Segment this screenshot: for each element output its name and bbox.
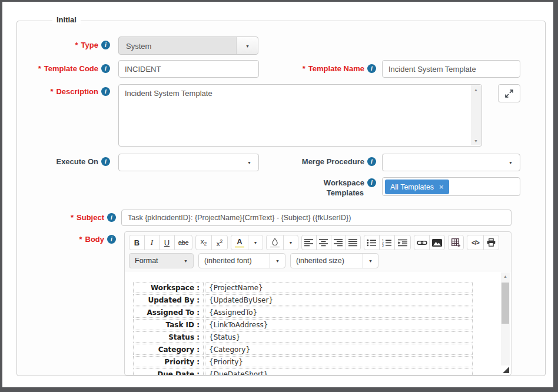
chevron-down-icon: ▼ xyxy=(184,259,188,263)
superscript-button[interactable]: x2 xyxy=(211,235,228,250)
scrollbar-thumb[interactable] xyxy=(501,283,509,324)
type-label: * Type i xyxy=(17,41,110,49)
merge-procedure-info-icon[interactable]: i xyxy=(367,157,376,166)
subject-info-icon[interactable]: i xyxy=(107,213,116,222)
underline-button[interactable]: U xyxy=(159,235,175,250)
table-row: Due Date : {DueDateShort} xyxy=(133,368,473,375)
merge-field-value: {AssignedTo} xyxy=(205,307,473,318)
execute-on-info-icon[interactable]: i xyxy=(101,157,110,166)
chevron-down-icon: ▼ xyxy=(275,259,280,263)
editor-scrollbar[interactable]: ▲ xyxy=(501,273,510,366)
unordered-list-button[interactable] xyxy=(364,235,380,250)
template-name-input[interactable] xyxy=(382,60,520,78)
align-center-icon xyxy=(319,238,328,247)
link-button[interactable] xyxy=(414,235,430,250)
scroll-down-icon[interactable]: ▼ xyxy=(471,139,481,143)
description-textarea[interactable]: Incident System Template ▲ ▼ xyxy=(118,84,482,147)
body-info-icon[interactable]: i xyxy=(107,235,116,244)
workspace-template-tag[interactable]: All Templates × xyxy=(385,180,449,194)
page: Initial * Type i System ▼ * Template Cod… xyxy=(0,0,558,392)
merge-field-label: Due Date : xyxy=(133,368,204,375)
workspace-templates-multiselect[interactable]: All Templates × xyxy=(382,177,520,196)
merge-field-value: {Status} xyxy=(205,331,473,343)
merge-procedure-select[interactable]: ▼ xyxy=(382,154,520,171)
merge-field-value: {Category} xyxy=(205,344,473,355)
type-select[interactable]: System ▼ xyxy=(118,36,258,55)
font-color-swatch xyxy=(235,246,244,248)
template-name-info-icon[interactable]: i xyxy=(367,64,376,73)
font-color-button[interactable]: A xyxy=(231,235,248,250)
svg-text:3: 3 xyxy=(382,244,384,247)
link-icon xyxy=(417,240,427,246)
ordered-list-button[interactable]: 123 xyxy=(379,235,395,250)
editor-content-area[interactable]: Workspace : {ProjectName} Updated By : {… xyxy=(125,271,511,375)
strikethrough-button[interactable]: abc xyxy=(174,235,192,250)
type-select-caret-box: ▼ xyxy=(236,37,258,54)
resize-grip-icon[interactable] xyxy=(503,367,509,373)
table-row: Status : {Status} xyxy=(133,331,473,343)
template-name-label: * Template Name i xyxy=(236,64,376,73)
table-button[interactable] xyxy=(448,235,464,250)
merge-field-label: Workspace : xyxy=(133,282,204,293)
form-canvas: Initial * Type i System ▼ * Template Cod… xyxy=(2,2,553,387)
body-editor: B I U abc x2 x2 A ▼ ▼ xyxy=(124,231,512,376)
type-select-value: System xyxy=(126,41,151,50)
background-color-icon xyxy=(271,238,278,245)
align-left-button[interactable] xyxy=(301,235,317,250)
scroll-up-icon[interactable]: ▲ xyxy=(501,274,510,278)
expand-icon xyxy=(505,89,513,98)
chevron-down-icon: ▼ xyxy=(254,241,258,245)
description-expand-button[interactable] xyxy=(498,84,520,102)
workspace-templates-info-icon[interactable]: i xyxy=(367,178,376,187)
merge-field-value: {Priority} xyxy=(205,356,473,367)
scroll-up-icon[interactable]: ▲ xyxy=(471,88,481,92)
indent-button[interactable] xyxy=(394,235,411,250)
italic-button[interactable]: I xyxy=(144,235,160,250)
size-dropdown-caret[interactable]: ▼ xyxy=(363,254,378,268)
code-view-button[interactable]: </> xyxy=(467,235,484,250)
execute-on-label: Execute On i xyxy=(17,157,110,166)
bold-button[interactable]: B xyxy=(129,235,145,250)
align-right-button[interactable] xyxy=(331,235,346,250)
print-button[interactable] xyxy=(483,235,499,250)
picture-icon xyxy=(432,239,442,247)
font-dropdown[interactable]: (inherited font) ▼ xyxy=(198,253,285,268)
font-color-caret-button[interactable]: ▼ xyxy=(248,235,263,250)
ordered-list-icon: 123 xyxy=(382,239,392,247)
background-color-caret-button[interactable]: ▼ xyxy=(283,235,298,250)
table-icon xyxy=(451,238,461,247)
tag-remove-icon[interactable]: × xyxy=(439,182,444,191)
subject-label: * Subject i xyxy=(22,213,116,222)
merge-field-label: Status : xyxy=(133,331,204,343)
merge-field-value: {DueDateShort} xyxy=(205,368,473,375)
subject-input[interactable] xyxy=(121,210,512,226)
table-row: Task ID : {LinkToAddress} xyxy=(133,319,473,330)
type-info-icon[interactable]: i xyxy=(101,41,110,49)
editor-toolbar-row2: Format ▼ (inherited font) ▼ (inherited s… xyxy=(129,253,378,268)
background-color-button[interactable] xyxy=(266,235,284,250)
description-info-icon[interactable]: i xyxy=(101,87,110,96)
background-color-swatch xyxy=(270,246,280,248)
font-dropdown-caret[interactable]: ▼ xyxy=(270,254,285,268)
format-dropdown[interactable]: Format ▼ xyxy=(129,253,194,268)
picture-button[interactable] xyxy=(429,235,445,250)
initial-fieldset: Initial * Type i System ▼ * Template Cod… xyxy=(16,21,546,376)
align-justify-button[interactable] xyxy=(346,235,361,250)
print-icon xyxy=(487,238,496,247)
description-scrollbar[interactable]: ▲ ▼ xyxy=(471,85,481,145)
merge-field-label: Priority : xyxy=(133,356,204,367)
fieldset-legend: Initial xyxy=(52,15,81,24)
chevron-down-icon: ▼ xyxy=(509,161,513,165)
body-label: * Body i xyxy=(22,235,116,244)
editor-toolbar-row1: B I U abc x2 x2 A ▼ ▼ xyxy=(129,235,499,250)
description-value: Incident System Template xyxy=(125,89,466,98)
table-row: Priority : {Priority} xyxy=(133,356,473,367)
align-justify-icon xyxy=(348,238,358,247)
merge-field-value: {ProjectName} xyxy=(205,282,473,293)
size-dropdown[interactable]: (inherited size) ▼ xyxy=(290,253,378,268)
template-code-info-icon[interactable]: i xyxy=(101,64,110,73)
align-center-button[interactable] xyxy=(316,235,331,250)
merge-field-value: {LinkToAddress} xyxy=(205,319,473,330)
align-left-icon xyxy=(304,238,314,247)
subscript-button[interactable]: x2 xyxy=(195,235,212,250)
